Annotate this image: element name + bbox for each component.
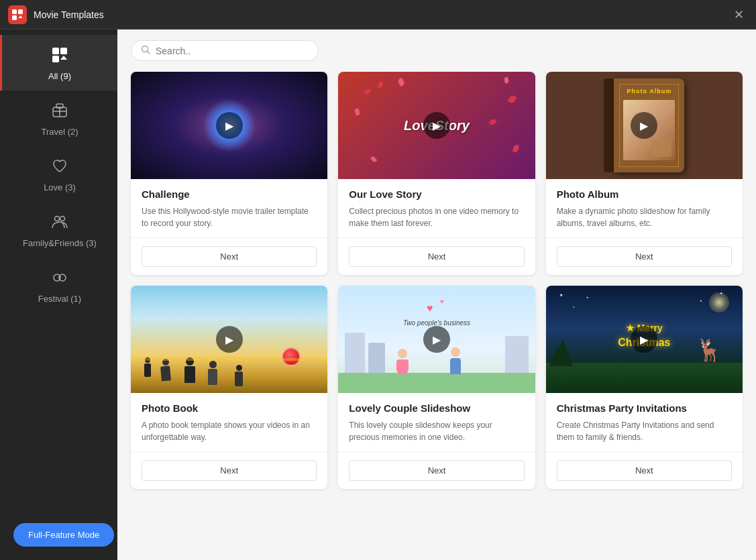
search-icon	[141, 45, 150, 56]
card-footer-couple: Next	[338, 451, 535, 489]
next-button-lovestory[interactable]: Next	[349, 246, 524, 267]
festival-icon	[50, 268, 69, 290]
card-footer-christmas: Next	[546, 451, 743, 489]
card-title-photobook: Photo Book	[142, 402, 317, 414]
card-desc-photoalbum: Make a dynamic photo slideshow for famil…	[557, 205, 732, 229]
card-desc-challenge: Use this Hollywood-style movie trailer t…	[142, 205, 317, 229]
sidebar-festival-label: Festival (1)	[38, 294, 81, 304]
template-card-lovestory: LoveStory ▶ Our Love Story Collect preci…	[338, 72, 535, 275]
next-button-couple[interactable]: Next	[349, 460, 524, 481]
next-button-christmas[interactable]: Next	[557, 460, 732, 481]
play-button-photoalbum[interactable]: ▶	[631, 112, 657, 139]
card-desc-lovestory: Collect precious photos in one video mem…	[349, 205, 524, 229]
card-title-couple: Lovely Couple Slideshow	[349, 402, 524, 414]
thumbnail-photobook[interactable]: ▶	[131, 286, 327, 393]
templates-grid: ▶ Challenge Use this Hollywood-style mov…	[117, 72, 756, 560]
thumbnail-lovestory[interactable]: LoveStory ▶	[338, 72, 535, 179]
sidebar-item-familyfriends[interactable]: Family&Friends (3)	[0, 202, 117, 258]
template-card-couple: ♥ ♥ Two people's business ▶ Lovely Coupl…	[338, 286, 535, 489]
svg-line-18	[148, 52, 150, 54]
full-feature-button[interactable]: Full-Feature Mode	[13, 523, 114, 547]
search-input[interactable]	[156, 46, 303, 56]
card-title-photoalbum: Photo Album	[557, 188, 732, 200]
template-card-photoalbum: Photo Album ▶ Photo Album Make a dynamic…	[546, 72, 743, 275]
sidebar-familyfriends-label: Family&Friends (3)	[23, 238, 97, 248]
play-button-lovestory[interactable]: ▶	[423, 112, 450, 139]
svg-rect-0	[12, 9, 17, 14]
template-card-photobook: ▶ Photo Book A photo book template shows…	[131, 286, 327, 489]
card-title-challenge: Challenge	[142, 188, 317, 200]
svg-rect-1	[18, 9, 23, 14]
next-button-challenge[interactable]: Next	[142, 246, 317, 267]
title-bar: Movie Templates ✕	[0, 0, 756, 30]
svg-rect-4	[52, 48, 59, 54]
sidebar-item-love[interactable]: Love (3)	[0, 146, 117, 202]
sidebar-love-label: Love (3)	[44, 182, 76, 192]
thumbnail-photoalbum[interactable]: Photo Album ▶	[546, 72, 743, 179]
play-button-challenge[interactable]: ▶	[216, 112, 243, 139]
content-area: ▶ Challenge Use this Hollywood-style mov…	[117, 30, 756, 560]
close-button[interactable]: ✕	[729, 5, 748, 24]
card-body-christmas: Christmas Party Invitations Create Chris…	[546, 393, 743, 443]
card-body-photoalbum: Photo Album Make a dynamic photo slidesh…	[546, 179, 743, 229]
sidebar: All (9) Travel (2) Love (3)	[0, 30, 117, 560]
card-body-lovestory: Our Love Story Collect precious photos i…	[338, 179, 535, 229]
sidebar-item-travel[interactable]: Travel (2)	[0, 91, 117, 146]
play-button-christmas[interactable]: ▶	[631, 326, 657, 353]
familyfriends-icon	[50, 213, 69, 234]
search-wrapper	[131, 40, 319, 61]
card-footer-photobook: Next	[131, 451, 327, 489]
card-body-couple: Lovely Couple Slideshow This lovely coup…	[338, 393, 535, 443]
svg-point-13	[60, 217, 65, 221]
thumbnail-couple[interactable]: ♥ ♥ Two people's business ▶	[338, 286, 535, 393]
card-footer-photoalbum: Next	[546, 237, 743, 275]
svg-marker-3	[19, 15, 23, 18]
card-footer-lovestory: Next	[338, 237, 535, 275]
svg-rect-5	[60, 48, 67, 54]
play-button-couple[interactable]: ▶	[423, 326, 450, 353]
travel-icon	[50, 101, 69, 123]
card-body-photobook: Photo Book A photo book template shows y…	[131, 393, 327, 443]
card-title-christmas: Christmas Party Invitations	[557, 402, 732, 414]
all-icon	[50, 46, 69, 67]
card-desc-christmas: Create Christmas Party Invitations and s…	[557, 419, 732, 443]
search-bar	[117, 30, 756, 72]
next-button-photobook[interactable]: Next	[142, 460, 317, 481]
sidebar-item-festival[interactable]: Festival (1)	[0, 258, 117, 313]
sidebar-travel-label: Travel (2)	[41, 127, 78, 137]
thumbnail-challenge[interactable]: ▶	[131, 72, 327, 179]
card-desc-photobook: A photo book template shows your videos …	[142, 419, 317, 443]
template-card-christmas: ★ ★ ★ ★ ★ 🦌 ★ Merry Christmas	[546, 286, 743, 489]
card-desc-couple: This lovely couple slideshow keeps your …	[349, 419, 524, 443]
template-card-challenge: ▶ Challenge Use this Hollywood-style mov…	[131, 72, 327, 275]
sidebar-item-all[interactable]: All (9)	[0, 35, 117, 91]
app-icon	[8, 5, 27, 24]
svg-marker-7	[60, 56, 67, 60]
svg-rect-6	[52, 56, 59, 62]
bottom-bar: Full-Feature Mode	[13, 523, 114, 547]
main-layout: All (9) Travel (2) Love (3)	[0, 30, 756, 560]
card-footer-challenge: Next	[131, 237, 327, 275]
next-button-photoalbum[interactable]: Next	[557, 246, 732, 267]
thumbnail-christmas[interactable]: ★ ★ ★ ★ ★ 🦌 ★ Merry Christmas	[546, 286, 743, 393]
card-body-challenge: Challenge Use this Hollywood-style movie…	[131, 179, 327, 229]
sidebar-all-label: All (9)	[48, 71, 71, 81]
app-title: Movie Templates	[34, 9, 729, 20]
play-button-photobook[interactable]: ▶	[216, 326, 243, 353]
svg-point-12	[55, 217, 60, 221]
svg-rect-2	[12, 15, 17, 20]
love-icon	[50, 157, 69, 178]
card-title-lovestory: Our Love Story	[349, 188, 524, 200]
